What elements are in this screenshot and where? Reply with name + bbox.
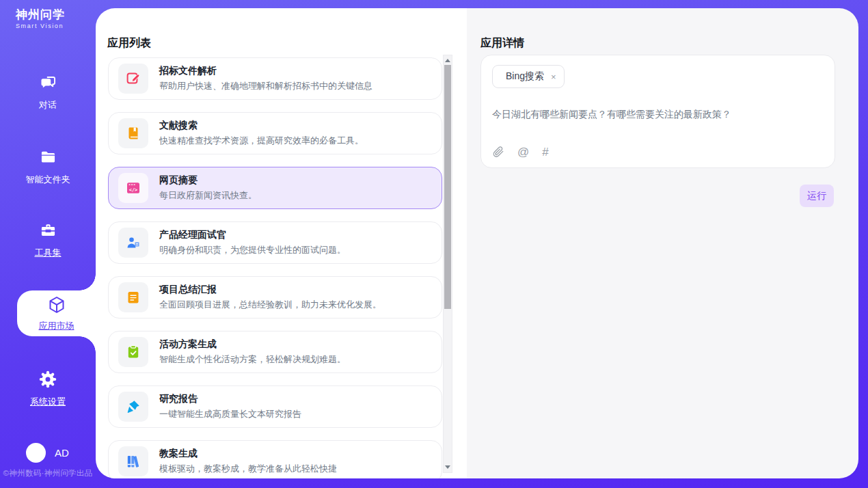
sidebar-item-label: 对话 — [39, 99, 57, 111]
run-button[interactable]: 运行 — [800, 185, 834, 207]
sidebar-item-tools[interactable]: 工具集 — [0, 221, 96, 259]
app-card-texts: 教案生成模板驱动，教案秒成，教学准备从此轻松快捷 — [159, 448, 337, 475]
hash-icon[interactable]: # — [542, 146, 548, 158]
scroll-up-icon[interactable] — [445, 59, 450, 62]
scrollbar[interactable] — [443, 55, 452, 473]
app-root: 神州问学 Smart Vision 对话智能文件夹工具集应用市场系统设置 AD … — [0, 0, 868, 488]
user-initials: AD — [55, 447, 69, 459]
app-card-title: 教案生成 — [159, 448, 337, 460]
app-card-texts: 活动方案生成智能生成个性化活动方案，轻松解决规划难题。 — [159, 338, 346, 366]
app-detail-title: 应用详情 — [480, 36, 524, 51]
app-card-texts: 网页摘要每日政府新闻资讯快查。 — [159, 174, 257, 202]
app-card[interactable]: 活动方案生成智能生成个性化活动方案，轻松解决规划难题。 — [108, 331, 442, 373]
app-card[interactable]: 教案生成模板驱动，教案秒成，教学准备从此轻松快捷 — [108, 440, 442, 478]
scroll-down-icon[interactable] — [445, 465, 450, 469]
app-list-title: 应用列表 — [107, 36, 151, 51]
app-card-description: 一键智能生成高质量长文本研究报告 — [159, 408, 301, 420]
app-card-description: 每日政府新闻资讯快查。 — [159, 189, 257, 202]
sidebar-item-folders[interactable]: 智能文件夹 — [0, 148, 96, 186]
query-text[interactable]: 今日湖北有哪些新闻要点？有哪些需要关注的最新政策？ — [492, 109, 824, 121]
svg-text:</>: </> — [129, 187, 138, 193]
app-card-list: 招标文件解析帮助用户快速、准确地理解和解析招标书中的关键信息文献搜索快速精准查找… — [108, 57, 442, 478]
edit-doc-icon — [118, 64, 148, 94]
app-card[interactable]: 产品经理面试官明确身份和职责，为您提供专业性的面试问题。 — [108, 221, 442, 264]
app-card[interactable]: 项目总结汇报全面回顾项目进展，总结经验教训，助力未来优化发展。 — [108, 276, 442, 318]
notepad-icon — [118, 282, 148, 312]
app-card-texts: 招标文件解析帮助用户快速、准确地理解和解析招标书中的关键信息 — [159, 65, 372, 92]
app-card-title: 项目总结汇报 — [159, 284, 381, 296]
sidebar-item-label: 工具集 — [35, 247, 62, 259]
app-card-description: 模板驱动，教案秒成，教学准备从此轻松快捷 — [159, 463, 337, 475]
app-card-description: 明确身份和职责，为您提供专业性的面试问题。 — [159, 244, 346, 256]
content-area: 应用列表 招标文件解析帮助用户快速、准确地理解和解析招标书中的关键信息文献搜索快… — [96, 8, 858, 478]
sidebar-item-label: 应用市场 — [39, 320, 74, 332]
sidebar-item-chat[interactable]: 对话 — [0, 74, 96, 111]
app-card[interactable]: 研究报告一键智能生成高质量长文本研究报告 — [108, 385, 442, 428]
app-card[interactable]: </>网页摘要每日政府新闻资讯快查。 — [108, 167, 442, 209]
interviewer-icon — [118, 228, 148, 258]
sidebar-item-label: 系统设置 — [30, 396, 66, 408]
book-icon — [118, 118, 148, 148]
books-icon — [118, 446, 148, 476]
sidebar-item-market[interactable]: 应用市场 — [17, 290, 96, 336]
paperclip-icon[interactable] — [492, 146, 504, 158]
app-card-description: 快速精准查找学术资源，提高研究效率的必备工具。 — [159, 135, 364, 147]
cube-icon — [46, 295, 67, 318]
tool-tag-label: Bing搜索 — [506, 70, 544, 83]
app-list-panel: 应用列表 招标文件解析帮助用户快速、准确地理解和解析招标书中的关键信息文献搜索快… — [96, 8, 467, 478]
app-card[interactable]: 文献搜索快速精准查找学术资源，提高研究效率的必备工具。 — [108, 112, 442, 154]
toolbox-icon — [39, 221, 57, 243]
research-icon — [118, 392, 148, 422]
app-detail-panel: 应用详情 Bing搜索 × 今日湖北有哪些新闻要点？有哪些需要关注的最新政策？ … — [467, 8, 858, 478]
sidebar-item-label: 智能文件夹 — [26, 174, 70, 186]
chat-icon — [39, 74, 57, 95]
app-card-description: 帮助用户快速、准确地理解和解析招标书中的关键信息 — [159, 80, 372, 92]
app-card-title: 招标文件解析 — [159, 65, 372, 77]
app-card-texts: 研究报告一键智能生成高质量长文本研究报告 — [159, 393, 301, 420]
brand-name: 神州问学 — [16, 9, 65, 22]
app-card-texts: 文献搜索快速精准查找学术资源，提高研究效率的必备工具。 — [159, 120, 364, 147]
app-card-title: 网页摘要 — [159, 174, 257, 187]
folder-icon — [39, 148, 57, 170]
app-card-texts: 产品经理面试官明确身份和职责，为您提供专业性的面试问题。 — [159, 229, 346, 256]
app-card-title: 产品经理面试官 — [159, 229, 346, 241]
tag-close-icon[interactable]: × — [551, 72, 556, 82]
app-card-description: 智能生成个性化活动方案，轻松解决规划难题。 — [159, 353, 346, 366]
app-card-title: 文献搜索 — [159, 120, 364, 132]
tool-tag-bing[interactable]: Bing搜索 × — [492, 65, 565, 88]
app-card-texts: 项目总结汇报全面回顾项目进展，总结经验教训，助力未来优化发展。 — [159, 284, 381, 311]
scrollbar-thumb[interactable] — [444, 65, 451, 309]
copyright-text: ©神州数码·神州问学出品 — [0, 468, 96, 478]
app-card-title: 研究报告 — [159, 393, 301, 405]
sidebar-item-settings[interactable]: 系统设置 — [0, 370, 96, 408]
brand-logo: 神州问学 Smart Vision — [11, 9, 65, 30]
clipboard-check-icon — [118, 337, 148, 367]
app-card-description: 全面回顾项目进展，总结经验教训，助力未来优化发展。 — [159, 299, 381, 311]
prompt-card: Bing搜索 × 今日湖北有哪些新闻要点？有哪些需要关注的最新政策？ @# — [480, 55, 835, 168]
sidebar: 神州问学 Smart Vision 对话智能文件夹工具集应用市场系统设置 AD … — [0, 0, 96, 488]
browser-code-icon: </> — [118, 173, 148, 203]
user-row[interactable]: AD — [26, 443, 69, 463]
app-card[interactable]: 招标文件解析帮助用户快速、准确地理解和解析招标书中的关键信息 — [108, 57, 442, 100]
composer-toolbar: @# — [492, 146, 824, 158]
app-card-title: 活动方案生成 — [159, 338, 346, 351]
gear-icon — [38, 370, 57, 392]
brand-text: 神州问学 Smart Vision — [16, 9, 65, 30]
avatar[interactable] — [26, 443, 46, 463]
brand-subtitle: Smart Vision — [16, 23, 65, 30]
at-icon[interactable]: @ — [517, 146, 529, 158]
